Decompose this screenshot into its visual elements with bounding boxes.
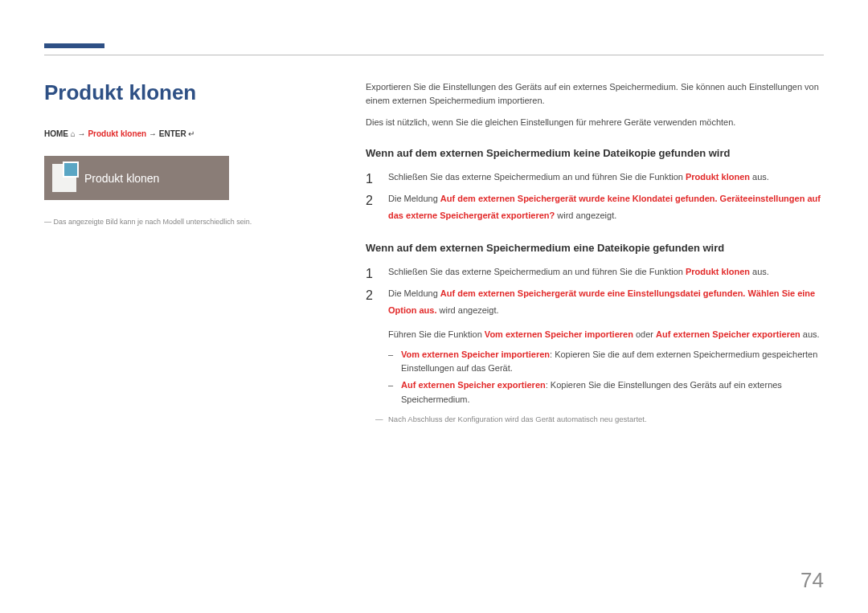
highlight-term: Produkt klonen	[686, 172, 750, 182]
page-number: 74	[800, 568, 824, 593]
highlight-term: Auf externen Speicher exportieren	[401, 380, 546, 390]
options-list: Vom externen Speicher importieren: Kopie…	[388, 348, 824, 406]
breadcrumb: HOME ⌂ → Produkt klonen → ENTER ↵	[44, 129, 309, 138]
menu-tile-label: Produkt klonen	[84, 172, 159, 185]
step-text: aus.	[750, 172, 769, 182]
step-item: 1 Schließen Sie das externe Speichermedi…	[366, 169, 824, 186]
breadcrumb-sep: →	[149, 129, 159, 138]
header-accent-bar	[44, 43, 104, 48]
step-text: aus.	[800, 329, 820, 339]
step-item: 1 Schließen Sie das externe Speichermedi…	[366, 264, 824, 280]
step-text: Die Meldung	[388, 194, 440, 203]
step-number: 1	[366, 167, 373, 191]
breadcrumb-sep: →	[78, 129, 88, 138]
step-number: 2	[366, 284, 373, 308]
highlight-term: Vom externen Speicher importieren	[401, 349, 550, 359]
header-divider	[44, 55, 824, 55]
intro-paragraph: Dies ist nützlich, wenn Sie die gleichen…	[366, 116, 824, 129]
clone-icon	[52, 164, 76, 192]
step-text: Schließen Sie das externe Speichermedium…	[388, 172, 686, 182]
highlight-term: Produkt klonen	[686, 267, 750, 276]
step-text: wird angezeigt.	[555, 210, 616, 220]
section-heading-a: Wenn auf dem externen Speichermedium kei…	[366, 147, 824, 159]
step-item: 2 Die Meldung Auf dem externen Speicherg…	[366, 190, 824, 224]
right-column: Exportieren Sie die Einstellungen des Ge…	[366, 80, 824, 423]
step-number: 2	[366, 189, 373, 213]
step-text: Die Meldung	[388, 288, 440, 298]
enter-icon: ↵	[188, 129, 194, 138]
menu-preview-tile: Produkt klonen	[44, 156, 229, 200]
breadcrumb-enter: ENTER	[159, 129, 186, 138]
section-heading-b: Wenn auf dem externen Speichermedium ein…	[366, 242, 824, 254]
step-text: aus.	[750, 267, 769, 276]
breadcrumb-home: HOME	[44, 129, 68, 138]
step-text: wird angezeigt.	[437, 305, 499, 315]
step-text: oder	[633, 329, 656, 339]
highlight-term: Auf externen Speicher exportieren	[656, 329, 800, 339]
intro-paragraph: Exportieren Sie die Einstellungen des Ge…	[366, 80, 824, 108]
highlight-term: Vom externen Speicher importieren	[485, 329, 633, 339]
steps-list-a: 1 Schließen Sie das externe Speichermedi…	[366, 169, 824, 224]
list-item: Auf externen Speicher exportieren: Kopie…	[388, 378, 824, 406]
list-item: Vom externen Speicher importieren: Kopie…	[388, 348, 824, 375]
step-text: Schließen Sie das externe Speichermedium…	[388, 267, 686, 276]
breadcrumb-current: Produkt klonen	[88, 129, 146, 138]
step-text: Führen Sie die Funktion	[388, 329, 485, 339]
step-item: 2 Die Meldung Auf dem externen Speicherg…	[366, 285, 824, 407]
footnote: Nach Abschluss der Konfiguration wird da…	[366, 415, 824, 423]
page-title: Produkt klonen	[44, 80, 309, 105]
steps-list-b: 1 Schließen Sie das externe Speichermedi…	[366, 264, 824, 407]
home-icon: ⌂	[71, 129, 76, 138]
left-column: Produkt klonen HOME ⌂ → Produkt klonen →…	[44, 80, 309, 226]
image-disclaimer: Das angezeigte Bild kann je nach Modell …	[44, 218, 309, 226]
step-number: 1	[366, 262, 373, 286]
